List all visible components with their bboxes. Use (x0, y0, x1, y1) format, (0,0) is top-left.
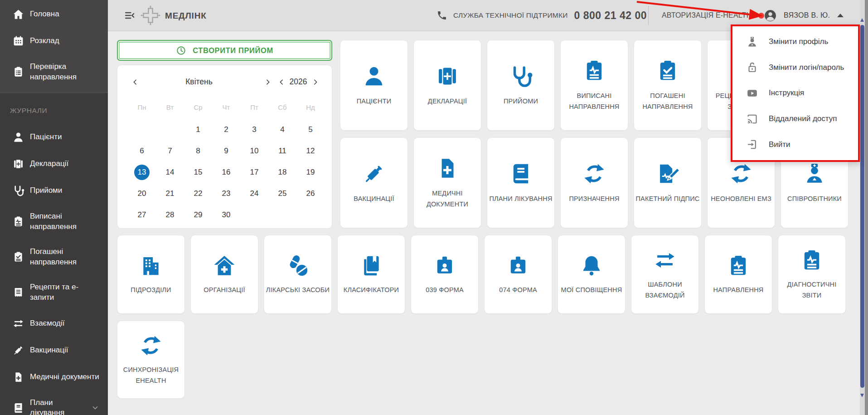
syringe-icon (12, 344, 24, 356)
calendar-day[interactable]: 1 (184, 119, 212, 140)
calendar-day[interactable]: 28 (156, 204, 184, 225)
tile[interactable]: ПРИЙОМИ (487, 40, 555, 131)
tile[interactable]: ПОГАШЕНІ НАПРАВЛЕННЯ (634, 40, 702, 131)
sidebar-collapse-button[interactable] (123, 9, 136, 22)
calendar-day[interactable]: 30 (212, 204, 240, 225)
sidebar-item[interactable]: Плани лікування (0, 391, 108, 415)
calendar-day[interactable]: 11 (268, 140, 296, 161)
calendar-day[interactable]: 15 (184, 161, 212, 183)
tile[interactable]: НАПРАВЛЕННЯ (704, 235, 772, 314)
user-menu-item[interactable]: Змінити логін/пароль (732, 55, 858, 80)
calendar-day[interactable]: 23 (212, 183, 240, 204)
tile-label: ПОГАШЕНІ НАПРАВЛЕННЯ (634, 91, 701, 112)
chevron-left-icon (278, 78, 285, 86)
scrollbar-thumb[interactable] (860, 25, 864, 388)
calendar-day-selected[interactable]: 13 (134, 165, 150, 180)
sidebar-item[interactable]: Перевірка направлення (0, 54, 108, 90)
calendar-day[interactable]: 2 (212, 119, 240, 140)
calendar-day[interactable]: 6 (128, 140, 156, 161)
calendar-day[interactable]: 22 (184, 183, 212, 204)
calendar-day[interactable]: 9 (212, 140, 240, 161)
user-menu-item-label: Інструкція (769, 88, 804, 98)
tile[interactable]: ПАЦІЄНТИ (340, 40, 408, 131)
tile[interactable]: МЕДИЧНІ ДОКУМЕНТИ (413, 137, 481, 228)
calendar-weekdays: ПнВтСрЧтПтСбНд (128, 103, 325, 111)
calendar-day[interactable]: 16 (212, 161, 240, 183)
cast-icon (746, 113, 758, 125)
weekday-label: Ср (184, 103, 212, 111)
tile[interactable]: ПРИЗНАЧЕННЯ (560, 137, 628, 228)
calendar-day[interactable]: 25 (268, 183, 296, 204)
scroll-up-arrow[interactable] (860, 18, 864, 22)
sidebar-item[interactable]: Пацієнти (0, 124, 108, 151)
tile[interactable]: ДЕКЛАРАЦІЇ (413, 40, 481, 131)
tile[interactable]: ЛІКАРСЬКІ ЗАСОБИ (264, 235, 332, 314)
sidebar-item[interactable]: Медичні документи (0, 364, 108, 391)
clip-pulse-icon (12, 215, 24, 228)
sidebar-item[interactable]: Рецепти та е-запити (0, 275, 108, 310)
tile[interactable]: ВИПИСАНІ НАПРАВЛЕННЯ (560, 40, 628, 131)
calendar-month: Квітень (163, 77, 235, 87)
sidebar-item[interactable]: Вакцинації (0, 337, 108, 364)
calendar-day[interactable]: 14 (156, 161, 184, 183)
sidebar-item[interactable]: Взаємодії (0, 310, 108, 337)
calendar-day[interactable]: 10 (240, 140, 268, 161)
calendar-day[interactable]: 4 (268, 119, 296, 140)
doc-pen-icon (655, 161, 680, 186)
prev-year-button[interactable] (278, 78, 285, 86)
doctor-icon (746, 36, 758, 48)
tile[interactable]: ШАБЛОНИ ВЗАЄМОДІЙ (631, 235, 699, 314)
books-icon (359, 254, 383, 278)
calendar-day[interactable]: 3 (240, 119, 268, 140)
tile[interactable]: ПІДРОЗДІЛИ (117, 235, 185, 314)
tile[interactable]: ДІАГНОСТИЧНІ ЗВІТИ (778, 235, 846, 314)
tile-label: ПАЦІЄНТИ (355, 96, 393, 107)
scrollbar[interactable] (860, 0, 865, 415)
user-menu-item[interactable]: Інструкція (732, 81, 858, 106)
sidebar-item[interactable]: Головна (0, 1, 108, 28)
sidebar-item[interactable]: Погашені направлення (0, 239, 108, 275)
calendar-day[interactable]: 7 (156, 140, 184, 161)
scroll-down-arrow[interactable] (860, 394, 864, 397)
tile[interactable]: ВАКЦИНАЦІЇ (340, 137, 408, 228)
clip-list-icon (12, 66, 24, 78)
user-menu-item[interactable]: Вийти (732, 132, 858, 157)
user-menu-item[interactable]: Змінити профіль (732, 29, 858, 54)
sidebar-item-label: Плани лікування (30, 398, 85, 415)
tile[interactable]: ПАКЕТНИЙ ПІДПИС (634, 137, 702, 228)
calendar-day[interactable]: 21 (156, 183, 184, 204)
sidebar-item[interactable]: Декларації (0, 151, 108, 177)
sync-icon (729, 161, 753, 186)
tile[interactable]: ПЛАНИ ЛІКУВАННЯ (487, 137, 555, 228)
clip-pulse-icon (582, 59, 606, 83)
tile[interactable]: МОЇ СПОВІЩЕННЯ (558, 235, 626, 314)
header-divider (648, 6, 649, 25)
create-appointment-button[interactable]: СТВОРИТИ ПРИЙОМ (117, 40, 332, 61)
calendar-day[interactable]: 19 (296, 161, 325, 183)
sidebar-item[interactable]: Виписані направлення (0, 204, 108, 239)
prev-month-button[interactable] (131, 78, 139, 86)
sidebar-item[interactable]: Розклад (0, 28, 108, 54)
calendar-day[interactable]: 17 (240, 161, 268, 183)
sidebar-item[interactable]: Прийоми (0, 177, 108, 204)
calendar-day[interactable]: 12 (296, 140, 325, 161)
tile[interactable]: ОРГАНІЗАЦІЇ (190, 235, 258, 314)
tile[interactable]: КЛАСИФІКАТОРИ (337, 235, 405, 314)
tile[interactable]: 039 ФОРМА (411, 235, 479, 314)
next-month-button[interactable] (264, 78, 272, 86)
tile[interactable]: 074 ФОРМА (484, 235, 552, 314)
calendar-day[interactable]: 20 (128, 183, 156, 204)
next-year-button[interactable] (312, 78, 319, 86)
tile[interactable]: СИНХРОНІЗАЦІЯ EHEALTH (117, 321, 185, 399)
calendar-day[interactable]: 5 (296, 119, 325, 140)
calendar-day[interactable]: 26 (296, 183, 325, 204)
calendar-day[interactable]: 8 (184, 140, 212, 161)
calendar-day[interactable]: 18 (268, 161, 296, 183)
user-menu-item[interactable]: Віддалений доступ (732, 107, 858, 132)
tiles-row-3: ПІДРОЗДІЛИОРГАНІЗАЦІЇЛІКАРСЬКІ ЗАСОБИКЛА… (117, 235, 846, 314)
calendar-day[interactable]: 27 (128, 204, 156, 225)
arrows-icon (653, 248, 677, 273)
calendar-day[interactable]: 29 (184, 204, 212, 225)
calendar-day[interactable]: 24 (240, 183, 268, 204)
sidebar-item-label: Рецепти та е-запити (30, 282, 102, 303)
